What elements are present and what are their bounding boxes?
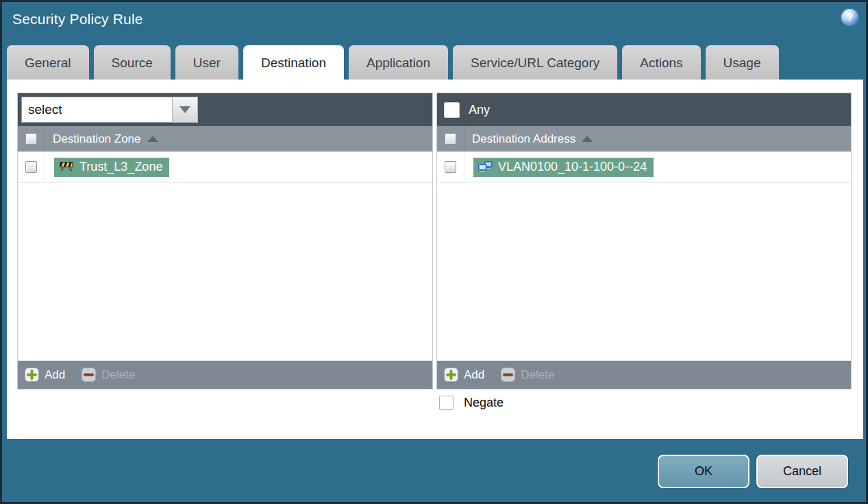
any-label: Any bbox=[469, 103, 490, 117]
zone-column-header-row: Destination Zone bbox=[18, 126, 432, 152]
zone-select-combo bbox=[21, 97, 198, 123]
delete-address-label: Delete bbox=[521, 368, 554, 382]
ok-button-label: OK bbox=[695, 464, 712, 479]
zone-chip[interactable]: Trust_L3_Zone bbox=[54, 158, 169, 177]
tab-application[interactable]: Application bbox=[349, 45, 448, 80]
address-chip-label: VLAN0100_10-1-100-0--24 bbox=[498, 160, 647, 174]
delete-zone-label: Delete bbox=[101, 368, 135, 382]
tab-user[interactable]: User bbox=[175, 45, 238, 80]
cancel-button-label: Cancel bbox=[783, 464, 821, 479]
add-address-button[interactable]: Add bbox=[444, 368, 484, 382]
tab-source[interactable]: Source bbox=[94, 45, 171, 80]
select-all-zones-checkbox[interactable] bbox=[25, 133, 37, 145]
zone-list: Trust_L3_Zone bbox=[18, 152, 432, 361]
zone-panel-footer: Add Delete bbox=[18, 361, 432, 389]
delete-address-button[interactable]: Delete bbox=[501, 368, 554, 382]
minus-icon bbox=[501, 368, 515, 382]
address-chip[interactable]: VLAN0100_10-1-100-0--24 bbox=[473, 158, 654, 177]
zone-icon bbox=[59, 161, 74, 172]
destination-address-panel: Any Destination Address bbox=[436, 93, 852, 389]
tab-usage[interactable]: Usage bbox=[706, 45, 779, 80]
select-all-addresses-checkbox[interactable] bbox=[445, 133, 456, 145]
delete-zone-button[interactable]: Delete bbox=[82, 368, 135, 382]
address-column-header-row: Destination Address bbox=[437, 126, 851, 152]
help-icon[interactable]: ? bbox=[841, 8, 859, 27]
add-address-label: Add bbox=[464, 368, 484, 382]
destination-tab-content: Destination Zone bbox=[7, 80, 863, 439]
negate-label: Negate bbox=[464, 396, 504, 410]
address-list: VLAN0100_10-1-100-0--24 bbox=[437, 152, 851, 361]
any-row: Any bbox=[441, 102, 490, 118]
sort-ascending-icon bbox=[147, 136, 158, 142]
cancel-button[interactable]: Cancel bbox=[756, 455, 848, 488]
plus-icon bbox=[444, 368, 458, 382]
add-zone-button[interactable]: Add bbox=[25, 368, 65, 382]
zone-select-dropdown-button[interactable] bbox=[172, 97, 198, 123]
address-column-title[interactable]: Destination Address bbox=[472, 132, 575, 146]
tab-actions[interactable]: Actions bbox=[622, 45, 700, 80]
tab-general[interactable]: General bbox=[7, 45, 89, 80]
destination-zone-panel: Destination Zone bbox=[17, 93, 433, 389]
tab-destination[interactable]: Destination bbox=[243, 45, 344, 80]
negate-row: Negate bbox=[439, 396, 504, 410]
minus-icon bbox=[82, 368, 96, 382]
sort-ascending-icon bbox=[582, 136, 593, 142]
chevron-down-icon bbox=[179, 106, 190, 113]
table-row: VLAN0100_10-1-100-0--24 bbox=[437, 152, 851, 183]
tab-service-url-category[interactable]: Service/URL Category bbox=[453, 45, 617, 80]
security-policy-rule-dialog: Security Policy Rule ? General Source Us… bbox=[0, 0, 868, 504]
address-icon bbox=[478, 161, 493, 173]
zone-chip-label: Trust_L3_Zone bbox=[79, 160, 162, 174]
plus-icon bbox=[25, 368, 39, 382]
address-row-checkbox[interactable] bbox=[445, 161, 456, 173]
address-panel-footer: Add Delete bbox=[437, 361, 851, 389]
address-toolbar: Any bbox=[437, 93, 851, 126]
table-row: Trust_L3_Zone bbox=[18, 152, 432, 183]
tab-bar: General Source User Destination Applicat… bbox=[7, 45, 779, 80]
any-address-checkbox[interactable] bbox=[444, 102, 460, 118]
dialog-title: Security Policy Rule bbox=[12, 11, 143, 27]
zone-select-input[interactable] bbox=[21, 97, 172, 123]
negate-checkbox[interactable] bbox=[439, 396, 454, 410]
zone-column-title[interactable]: Destination Zone bbox=[53, 132, 141, 146]
ok-button[interactable]: OK bbox=[658, 455, 749, 488]
zone-row-checkbox[interactable] bbox=[25, 161, 37, 173]
add-zone-label: Add bbox=[45, 368, 65, 382]
zone-toolbar bbox=[18, 93, 432, 126]
